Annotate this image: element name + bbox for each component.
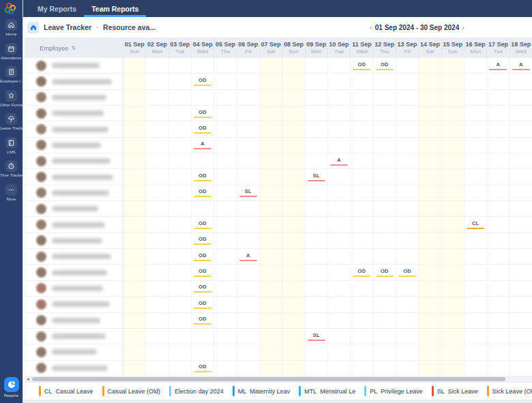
avatar [36,172,46,182]
leave-badge-od[interactable]: OD [194,220,211,229]
next-period-arrow-icon[interactable]: › [460,23,467,31]
leave-badge-od[interactable]: OD [376,61,394,70]
leave-badge-od[interactable]: OD [194,363,211,372]
employee-name-blurred [52,95,106,100]
sidebar-item-leave-tracker[interactable]: Leave Tracker [0,113,23,136]
leave-cell [260,121,282,137]
leave-cell [419,233,441,249]
leave-badge-od[interactable]: OD [194,173,211,181]
leave-badge-od[interactable]: OD [194,236,211,245]
sort-icon[interactable]: ⇅ [71,45,76,51]
sidebar-item-time-tracker[interactable]: Time Tracker [0,160,23,183]
leave-cell [260,249,282,265]
leave-cell [374,201,396,217]
leave-badge-od[interactable]: OD [353,61,370,70]
leave-cell [510,344,532,360]
scroll-left-arrow-icon[interactable]: ◄ [26,376,30,382]
legend-item: Election day 2024 [169,386,224,396]
leave-badge-od[interactable]: OD [194,316,211,325]
home-icon [5,19,17,31]
tab-team-reports[interactable]: Team Reports [84,0,146,17]
leave-cell [169,90,192,106]
leave-cell [396,329,419,344]
column-date: 17 Sep [488,41,508,48]
employee-row: OD [25,313,532,329]
leave-cell [123,361,146,376]
scrollbar-thumb[interactable] [32,377,505,381]
leave-badge-od[interactable]: OD [194,300,211,309]
leave-badge-od[interactable]: OD [353,268,370,277]
leave-cell [306,265,328,280]
leave-cell [192,201,214,217]
leave-cell [442,281,464,297]
leave-badge-od[interactable]: OD [194,268,211,277]
legend-item: SLSick Leave [432,386,478,396]
sidebar-item-lms[interactable]: LMS [0,137,23,160]
leave-cell [123,185,146,201]
breadcrumb-home-button[interactable] [27,22,39,33]
employee-row: ODODAA [25,58,532,74]
leave-badge-cl[interactable]: CL [467,220,484,229]
employee-name-blurred [52,206,98,211]
leave-cell [146,313,168,329]
leave-badge-a[interactable]: A [330,157,348,166]
leave-badge-od[interactable]: OD [376,268,394,277]
leave-badge-od[interactable]: OD [398,268,416,277]
column-date: 03 Sep [170,41,190,48]
leave-badge-a[interactable]: A [194,140,211,149]
sidebar-item-label: Reports [0,393,23,398]
leave-badge-od[interactable]: OD [194,109,211,118]
breadcrumb-leave-tracker[interactable]: Leave Tracker [44,23,91,31]
leave-code: OD [198,109,207,115]
leave-cell [237,297,260,312]
legend-item: MTLMenstrual Le [299,386,355,396]
leave-cell [237,153,260,169]
sidebar-item-employee-i[interactable]: Employee I... [0,66,23,89]
leave-cell [282,58,305,74]
column-date: 07 Sep [261,41,281,48]
leave-badge-sl[interactable]: SL [239,188,257,197]
breadcrumb-resource-availability[interactable]: Resource ava... [103,23,156,31]
leave-cell [237,138,260,153]
leave-badge-sl[interactable]: SL [308,332,325,341]
leave-badge-od[interactable]: OD [194,125,211,134]
leave-cell [396,233,419,249]
sidebar-item-reports[interactable]: Reports [0,377,23,398]
date-range-label[interactable]: 01 Sep 2024 - 30 Sep 2024 [375,24,459,31]
leave-cell [396,169,419,185]
employee-cell [25,153,123,169]
leave-badge-od[interactable]: OD [194,284,211,293]
leave-badge-sl[interactable]: SL [308,173,325,181]
employee-name-blurred [52,79,112,85]
leave-badge-a[interactable]: A [512,61,530,70]
leave-badge-od[interactable]: OD [194,252,211,261]
column-day: Tue [334,48,344,55]
leave-cell [396,106,419,121]
sidebar-item-other-forms[interactable]: Other Forms [0,90,23,113]
tab-my-reports[interactable]: My Reports [30,0,84,17]
leave-cell [419,361,441,376]
employee-cell [25,90,123,106]
sidebar-item-attendance[interactable]: Attendance [0,43,23,65]
leave-badge-a[interactable]: A [489,61,507,70]
leave-cell [306,281,328,297]
sidebar-item-home[interactable]: Home [0,19,23,42]
leave-code: CL [472,220,479,226]
app-logo-icon[interactable] [5,3,17,15]
leave-badge-od[interactable]: OD [194,77,211,86]
leave-code: OD [198,77,207,83]
leave-cell [396,217,419,233]
leave-badge-od[interactable]: OD [194,188,211,197]
legend-item: Sick Leave (Old) [487,386,532,396]
leave-cell [328,233,351,249]
leave-cell [510,361,532,376]
leave-cell [464,361,487,376]
sidebar-item-more[interactable]: More [0,184,23,207]
leave-cell: OD [192,74,214,89]
leave-tracker-app: HomeAttendanceEmployee I...Other FormsLe… [0,0,532,403]
employee-row [25,201,532,217]
leave-badge-a[interactable]: A [239,252,257,261]
leave-cell [487,169,509,185]
leave-cell [464,297,487,312]
prev-period-arrow-icon[interactable]: ‹ [368,23,374,31]
